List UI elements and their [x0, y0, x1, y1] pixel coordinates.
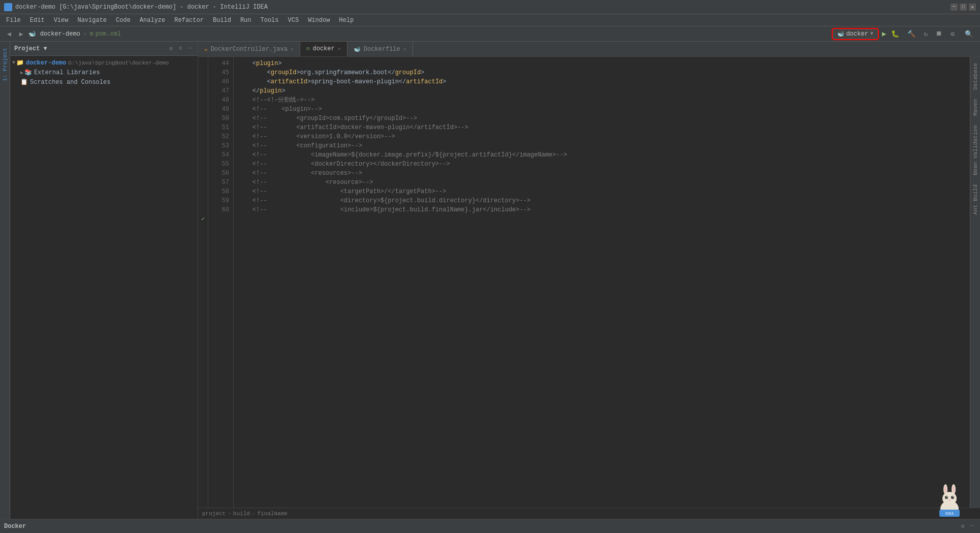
tab-label-docker-xml: docker	[313, 45, 335, 52]
menu-build[interactable]: Build	[209, 16, 235, 25]
project-minimize-button[interactable]: ─	[186, 44, 194, 53]
menu-edit[interactable]: Edit	[26, 16, 49, 25]
project-layout-button[interactable]: ≡	[177, 44, 184, 53]
svg-point-3	[944, 486, 946, 493]
code-line-55: <!-- <dockerDirectory></dockerDirectory>…	[238, 160, 966, 169]
menu-refactor[interactable]: Refactor	[170, 16, 208, 25]
tab-bar: ☕ DockerController.java ✕ m docker ✕ 🐋 D…	[198, 42, 980, 57]
menu-view[interactable]: View	[50, 16, 73, 25]
menu-help[interactable]: Help	[335, 16, 358, 25]
svg-point-8	[946, 496, 947, 497]
scratches-label: Scratches and Consoles	[30, 79, 110, 86]
line-numbers: 44 45 46 47 48 49 50 51 52 53 54 55 56 5…	[208, 57, 234, 508]
menu-tools[interactable]: Tools	[257, 16, 283, 25]
docker-demo-icon: 🐋	[28, 30, 36, 38]
menu-code[interactable]: Code	[112, 16, 135, 25]
back-button[interactable]: ◀	[4, 29, 14, 39]
left-sidebar-icons: 1: Project	[0, 42, 10, 519]
tab-label-dockerfile: Dockerfile	[364, 46, 400, 53]
breadcrumb-build[interactable]: build	[233, 511, 250, 517]
stop-button[interactable]: ⏹	[933, 29, 945, 39]
tree-external-libs[interactable]: ▶ 📚 External Libraries	[10, 68, 198, 77]
docker-panel-title: Docker	[4, 523, 26, 530]
editor-area: ☕ DockerController.java ✕ m docker ✕ 🐋 D…	[198, 42, 980, 519]
code-line-47: </plugin>	[238, 86, 966, 96]
code-line-52: <!-- <version>1.0.0</version>-->	[238, 132, 966, 141]
pom-file[interactable]: pom.xml	[96, 30, 121, 38]
dropdown-arrow-icon: ▼	[870, 31, 873, 37]
menu-window[interactable]: Window	[304, 16, 334, 25]
docker-minimize-button[interactable]: ─	[968, 522, 976, 530]
scratches-icon: 📋	[20, 78, 28, 86]
minimize-button[interactable]: ─	[951, 4, 958, 11]
svg-point-6	[945, 496, 948, 499]
svg-point-7	[951, 496, 954, 499]
tab-docker-controller[interactable]: ☕ DockerController.java ✕	[198, 42, 300, 56]
code-line-51: <!-- <artifactId>docker-maven-plugin</ar…	[238, 123, 966, 132]
docker-panel-header: Docker ⚙ ─	[0, 519, 980, 533]
maximize-button[interactable]: □	[960, 4, 967, 11]
ant-build-label[interactable]: Ant Build	[971, 180, 979, 218]
menu-run[interactable]: Run	[236, 16, 256, 25]
breadcrumb-finalname[interactable]: finalName	[257, 511, 287, 517]
tab-label-docker-controller: DockerController.java	[211, 46, 288, 53]
code-line-45: <groupId>org.springframework.boot</group…	[238, 68, 966, 77]
menu-analyze[interactable]: Analyze	[136, 16, 169, 25]
build-button[interactable]: 🔨	[904, 29, 919, 39]
docker-header-controls: ⚙ ─	[959, 522, 976, 530]
svg-text:IDEA: IDEA	[945, 512, 954, 515]
pom-icon: m	[89, 30, 93, 38]
breadcrumb-project[interactable]: project	[202, 511, 226, 517]
project-name: docker-demo	[40, 30, 80, 38]
breadcrumb: project › build › finalName	[198, 508, 980, 519]
code-line-44: <plugin>	[238, 59, 966, 68]
run-button[interactable]: ▶	[882, 29, 886, 38]
tab-close-docker-xml[interactable]: ✕	[338, 46, 341, 52]
svg-point-9	[953, 496, 954, 497]
settings-toolbar-button[interactable]: ⚙	[947, 29, 958, 39]
code-line-49: <!-- <plugin>-->	[238, 105, 966, 114]
dockerfile-icon: 🐋	[354, 46, 361, 52]
tab-docker-xml[interactable]: m docker ✕	[300, 42, 347, 56]
title-bar: docker-demo [G:\java\SpringBoot\docker-d…	[0, 0, 980, 14]
code-editor[interactable]: <plugin> <groupId>org.springframework.bo…	[234, 57, 970, 508]
svg-point-10	[949, 499, 951, 501]
window-controls[interactable]: ─ □ ✕	[951, 4, 976, 11]
code-line-48: <!--<!–分割线–>-->	[238, 96, 966, 105]
app-icon	[4, 3, 12, 11]
docker-settings-button[interactable]: ⚙	[959, 522, 967, 530]
project-settings-button[interactable]: ⚙	[167, 44, 175, 53]
editor-gutter: ✓	[198, 57, 208, 508]
java-file-icon: ☕	[204, 46, 208, 52]
tab-close-dockerfile[interactable]: ✕	[403, 46, 406, 52]
run-config-selector[interactable]: 🐋 docker ▼	[833, 29, 878, 39]
menu-navigate[interactable]: Navigate	[73, 16, 111, 25]
refresh-button[interactable]: ↻	[921, 29, 931, 39]
maven-label[interactable]: Maven	[971, 95, 979, 120]
database-label[interactable]: Database	[971, 59, 979, 94]
project-panel-title: Project ▼	[14, 45, 47, 52]
menu-file[interactable]: File	[2, 16, 25, 25]
search-everywhere-button[interactable]: 🔍	[962, 29, 976, 39]
code-line-56: <!-- <resources>-->	[238, 169, 966, 178]
docker-bottom-panel: Docker ⚙ ─ ↻ ✏ ▶ ─ ★ ⬆ ▼ 🐋 Docker ⊘	[0, 519, 980, 533]
close-button[interactable]: ✕	[969, 4, 976, 11]
tree-scratches[interactable]: 📋 Scratches and Consoles	[10, 77, 198, 87]
tree-root-item[interactable]: ▼ 📁 docker-demo G:\java\SpringBoot\docke…	[10, 58, 198, 68]
svg-point-5	[953, 486, 955, 493]
xml-icon: m	[306, 46, 310, 52]
code-line-58: <!-- <targetPath>/</targetPath>-->	[238, 187, 966, 196]
debug-button[interactable]: 🐛	[888, 29, 902, 39]
tab-close-docker-controller[interactable]: ✕	[291, 46, 294, 52]
sidebar-project-label[interactable]: 1: Project	[1, 44, 9, 85]
project-tree: ▼ 📁 docker-demo G:\java\SpringBoot\docke…	[10, 56, 198, 519]
editor-content: ✓ 44 45 46 47 48 49 50 51 52 53 54 55 56…	[198, 57, 980, 508]
bean-validation-label[interactable]: Bean Validation	[971, 121, 979, 179]
forward-button[interactable]: ▶	[16, 29, 26, 39]
menu-bar: File Edit View Navigate Code Analyze Ref…	[0, 14, 980, 26]
code-line-57: <!-- <resource>-->	[238, 178, 966, 187]
menu-vcs[interactable]: VCS	[284, 16, 303, 25]
tab-dockerfile[interactable]: 🐋 Dockerfile ✕	[347, 42, 413, 56]
code-line-50: <!-- <groupId>com.spotify</groupId>-->	[238, 114, 966, 123]
root-folder-icon: 📁	[16, 59, 24, 67]
